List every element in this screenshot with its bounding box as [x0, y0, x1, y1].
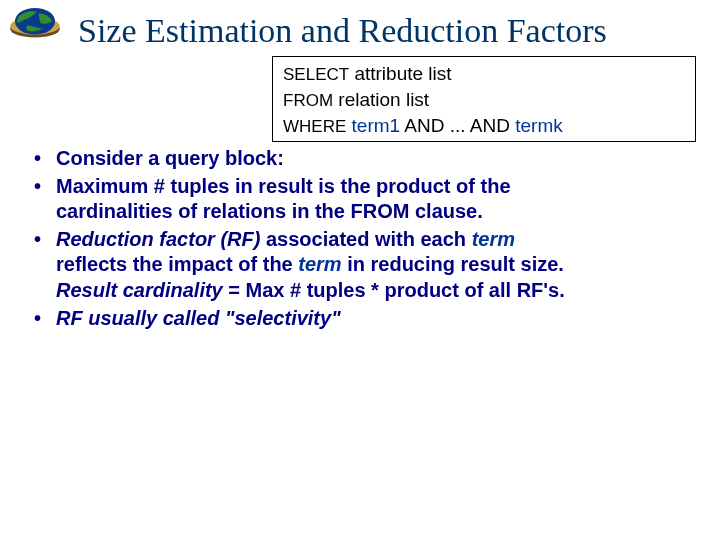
bullet-3-line3a: Result cardinality [56, 279, 223, 301]
bullet-3-line2a: reflects the impact of the [56, 253, 298, 275]
bullet-3-line3b: = Max # tuples * product of all RF's. [223, 279, 565, 301]
query-where-line: WHERE term1 AND ... AND termk [283, 113, 687, 139]
term1: term1 [352, 115, 401, 136]
val-from: relation list [338, 89, 429, 110]
query-from-line: FROM relation list [283, 87, 687, 113]
bullet-2: Maximum # tuples in result is the produc… [32, 174, 696, 225]
bullet-3-mid: associated with each [260, 228, 471, 250]
where-mid: AND ... AND [400, 115, 515, 136]
bullet-3-line2b: in reducing result size. [342, 253, 564, 275]
query-select-line: SELECT attribute list [283, 61, 687, 87]
bullet-3-line2: reflects the impact of the term in reduc… [56, 252, 696, 278]
slide: Size Estimation and Reduction Factors SE… [0, 0, 720, 540]
termk: termk [515, 115, 563, 136]
bullet-4-text: RF usually called "selectivity" [56, 307, 341, 329]
bullet-1: Consider a query block: [32, 146, 696, 172]
bullet-3-line2-term: term [298, 253, 341, 275]
bullet-1-text: Consider a query block: [56, 147, 284, 169]
val-select: attribute list [354, 63, 451, 84]
bullet-3: Reduction factor (RF) associated with ea… [32, 227, 696, 304]
bullet-2-line2: cardinalities of relations in the FROM c… [56, 199, 696, 225]
bullet-2-line1: Maximum # tuples in result is the produc… [56, 175, 511, 197]
bullet-4: RF usually called "selectivity" [32, 306, 696, 332]
bullet-3-term: term [472, 228, 515, 250]
kw-select: SELECT [283, 65, 349, 84]
query-block-box: SELECT attribute list FROM relation list… [272, 56, 696, 142]
slide-title: Size Estimation and Reduction Factors [78, 12, 696, 50]
bullet-3-lead: Reduction factor (RF) [56, 228, 260, 250]
bullet-3-line3: Result cardinality = Max # tuples * prod… [56, 278, 696, 304]
kw-where: WHERE [283, 117, 346, 136]
bullet-list: Consider a query block: Maximum # tuples… [32, 146, 696, 331]
kw-from: FROM [283, 91, 333, 110]
earth-logo-icon [6, 6, 64, 46]
